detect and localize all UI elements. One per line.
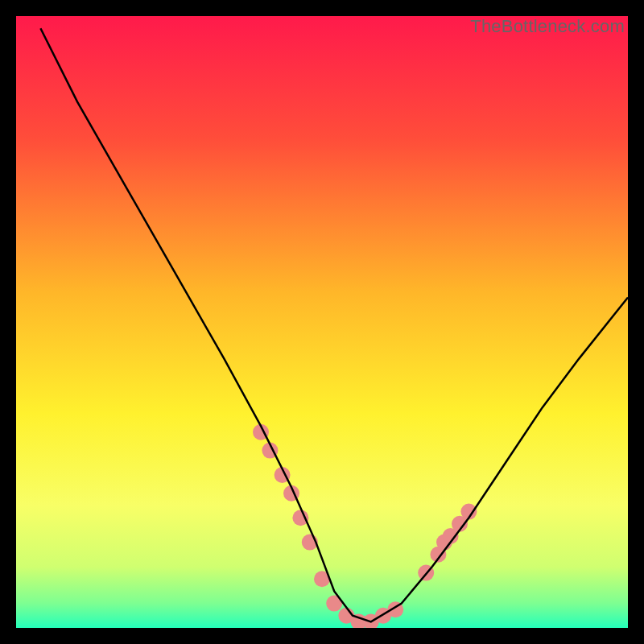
watermark-text: TheBottleneck.com [470, 16, 625, 37]
scatter-dot [292, 510, 308, 526]
chart-frame: TheBottleneck.com [16, 16, 628, 628]
bottleneck-chart [16, 16, 628, 628]
gradient-background [16, 16, 628, 628]
